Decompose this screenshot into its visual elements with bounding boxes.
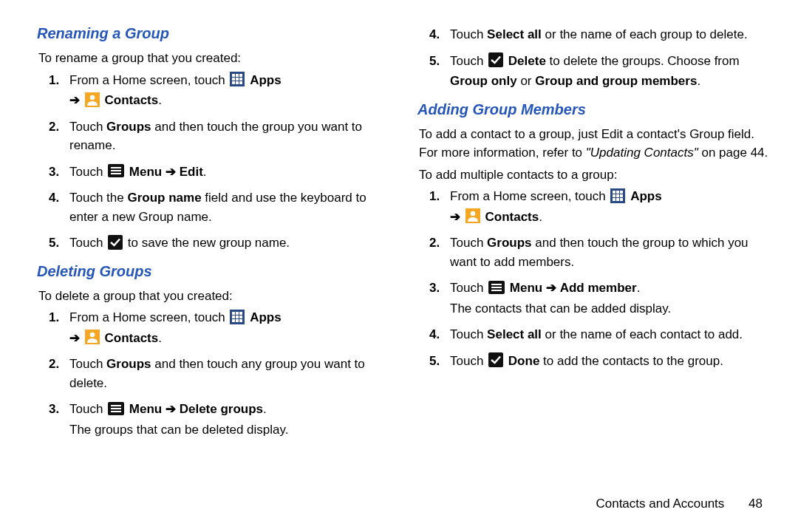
deleting-intro: To delete a group that you created: — [38, 287, 388, 306]
menu-icon — [488, 281, 505, 294]
adding-step-3: Touch Menu Add member. The contacts that… — [450, 279, 768, 318]
renaming-step-1: From a Home screen, touch Apps Contacts. — [69, 71, 388, 110]
adding-steps: From a Home screen, touch Apps Contacts.… — [417, 187, 768, 370]
adding-intro-2: To add multiple contacts to a group: — [419, 166, 768, 185]
check-icon — [488, 52, 503, 67]
renaming-step-5: Touch to save the new group name. — [69, 233, 388, 253]
arrow-icon — [450, 210, 460, 224]
deleting-step-5: Touch Delete to delete the groups. Choos… — [450, 52, 768, 91]
right-column: Touch Select all or the name of each gro… — [417, 22, 768, 446]
adding-step-4: Touch Select all or the name of each con… — [450, 325, 768, 344]
heading-deleting: Deleting Groups — [37, 260, 388, 282]
page-number: 48 — [748, 497, 763, 511]
page-content: Renaming a Group To rename a group that … — [0, 0, 798, 461]
heading-renaming: Renaming a Group — [37, 22, 388, 44]
contacts-icon — [466, 208, 480, 223]
arrow-icon — [166, 165, 176, 179]
adding-step-5: Touch Done to add the contacts to the gr… — [450, 352, 768, 371]
deleting-step-1: From a Home screen, touch Apps Contacts. — [69, 308, 388, 347]
deleting-step-3: Touch Menu Delete groups. The groups tha… — [69, 400, 388, 439]
adding-step-2: Touch Groups and then touch the group to… — [450, 233, 768, 271]
deleting-steps-continued: Touch Select all or the name of each gro… — [417, 25, 768, 91]
menu-icon — [108, 164, 124, 177]
renaming-step-4: Touch the Group name field and use the k… — [69, 188, 388, 226]
footer-section: Contacts and Accounts — [596, 497, 724, 511]
deleting-step-2: Touch Groups and then touch any group yo… — [69, 355, 388, 392]
arrow-icon — [69, 93, 80, 107]
arrow-icon — [69, 331, 80, 345]
contacts-icon — [85, 92, 100, 107]
adding-step-1: From a Home screen, touch Apps Contacts. — [450, 187, 768, 226]
contacts-icon — [85, 330, 100, 344]
apps-icon — [230, 310, 245, 324]
arrow-icon — [166, 402, 176, 416]
arrow-icon — [546, 281, 556, 295]
heading-adding: Adding Group Members — [417, 98, 768, 120]
deleting-step-4: Touch Select all or the name of each gro… — [450, 25, 768, 44]
deleting-steps: From a Home screen, touch Apps Contacts.… — [37, 308, 388, 439]
renaming-steps: From a Home screen, touch Apps Contacts.… — [37, 71, 388, 253]
apps-icon — [610, 188, 625, 203]
adding-intro-1: To add a contact to a group, just Edit a… — [419, 125, 768, 163]
apps-icon — [230, 72, 245, 86]
renaming-intro: To rename a group that you created: — [38, 49, 388, 68]
check-icon — [108, 235, 123, 250]
menu-icon — [108, 402, 124, 415]
renaming-step-3: Touch Menu Edit. — [69, 163, 388, 182]
check-icon — [488, 352, 503, 367]
renaming-step-2: Touch Groups and then touch the group yo… — [69, 117, 388, 155]
left-column: Renaming a Group To rename a group that … — [37, 22, 388, 446]
page-footer: Contacts and Accounts 48 — [596, 497, 763, 511]
